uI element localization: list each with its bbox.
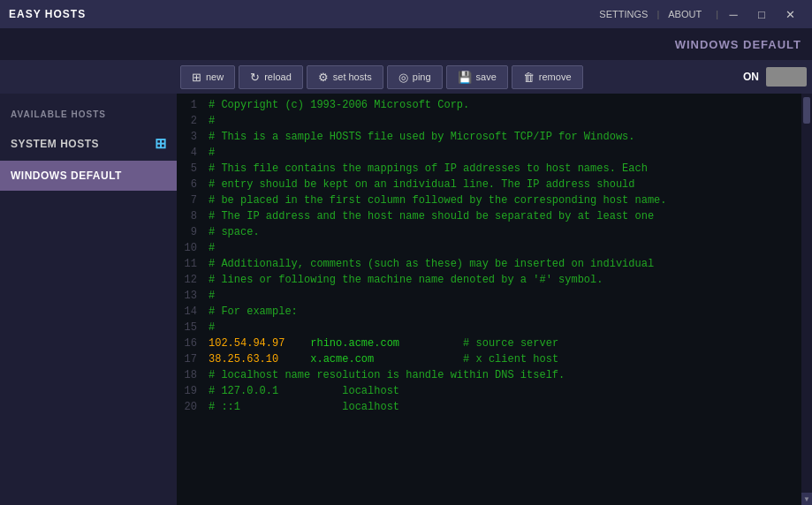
sidebar: AVAILABLE HOSTS SYSTEM HOSTS ⊞ WINDOWS D… xyxy=(0,94,177,505)
toolbar: ⊞ new ↻ reload ⚙ set hosts ◎ ping 💾 save… xyxy=(0,60,812,94)
ip-16: 102.54.94.97 xyxy=(209,337,285,350)
close-icon: ✕ xyxy=(785,8,795,21)
line-num-6: 6 xyxy=(177,177,197,192)
toggle-area: ON xyxy=(743,67,807,87)
about-link[interactable]: ABOUT xyxy=(659,9,710,19)
close-button[interactable]: ✕ xyxy=(777,0,803,28)
code-line-18: # localhost name resolution is handle wi… xyxy=(209,367,794,383)
reload-icon: ↻ xyxy=(250,71,260,84)
remove-label: remove xyxy=(539,72,572,82)
line-num-15: 15 xyxy=(177,320,197,335)
ping-button[interactable]: ◎ ping xyxy=(387,65,443,89)
maximize-button[interactable]: □ xyxy=(748,0,775,28)
code-line-6: # entry should be kept on an individual … xyxy=(209,177,794,192)
app-title: EASY HOSTS xyxy=(9,8,86,20)
on-label: ON xyxy=(743,71,759,83)
windows-default-label: WINDOWS DEFAULT xyxy=(11,170,122,182)
ping-icon: ◎ xyxy=(398,71,408,84)
system-hosts-label: SYSTEM HOSTS xyxy=(11,138,99,150)
hostname-17: x.acme.com xyxy=(310,353,374,366)
line-num-11: 11 xyxy=(177,256,197,272)
line-num-3: 3 xyxy=(177,129,197,145)
code-line-12: # lines or following the machine name de… xyxy=(209,272,794,288)
windows-default-header: WINDOWS DEFAULT xyxy=(675,38,801,51)
content-area: 1 2 3 4 5 6 7 8 9 10 11 12 13 14 15 16 1… xyxy=(177,94,812,505)
code-line-7: # be placed in the first column followed… xyxy=(209,192,794,208)
line-num-19: 19 xyxy=(177,383,197,399)
line-num-8: 8 xyxy=(177,208,197,224)
set-hosts-button[interactable]: ⚙ set hosts xyxy=(307,65,383,89)
line-num-9: 9 xyxy=(177,224,197,240)
line-num-10: 10 xyxy=(177,240,197,256)
new-button[interactable]: ⊞ new xyxy=(180,65,235,89)
code-line-13: # xyxy=(209,288,794,304)
code-line-3: # This is a sample HOSTS file used by Mi… xyxy=(209,129,794,145)
line-num-18: 18 xyxy=(177,367,197,383)
save-label: save xyxy=(476,72,497,82)
line-numbers: 1 2 3 4 5 6 7 8 9 10 11 12 13 14 15 16 1… xyxy=(177,94,201,505)
code-line-14: # For example: xyxy=(209,304,794,320)
line-num-1: 1 xyxy=(177,97,197,113)
toggle-switch[interactable] xyxy=(766,67,807,87)
minimize-icon: ─ xyxy=(729,8,737,21)
line-num-5: 5 xyxy=(177,161,197,177)
sidebar-item-windows-default[interactable]: WINDOWS DEFAULT xyxy=(0,161,177,191)
titlebar: EASY HOSTS SETTINGS | ABOUT | ─ □ ✕ xyxy=(0,0,812,28)
main-layout: AVAILABLE HOSTS SYSTEM HOSTS ⊞ WINDOWS D… xyxy=(0,94,812,505)
save-button[interactable]: 💾 save xyxy=(446,65,508,89)
hostname-16: rhino.acme.com xyxy=(310,337,399,350)
settings-link[interactable]: SETTINGS xyxy=(590,9,656,19)
code-line-5: # This file contains the mappings of IP … xyxy=(209,161,794,177)
available-hosts-label: AVAILABLE HOSTS xyxy=(0,102,177,126)
maximize-icon: □ xyxy=(758,8,765,21)
set-hosts-label: set hosts xyxy=(333,72,372,82)
ping-label: ping xyxy=(413,72,431,82)
line-num-20: 20 xyxy=(177,399,197,415)
code-line-2: # xyxy=(209,113,794,129)
line-num-14: 14 xyxy=(177,304,197,320)
code-line-16: 102.54.94.97 rhino.acme.com # source ser… xyxy=(209,335,794,351)
set-hosts-icon: ⚙ xyxy=(318,71,329,84)
scrollbar[interactable]: ▼ xyxy=(801,94,812,505)
ip-17: 38.25.63.10 xyxy=(209,353,278,366)
comment-16: # source server xyxy=(463,337,558,350)
code-line-1: # Copyright (c) 1993-2006 Microsoft Corp… xyxy=(209,97,794,113)
remove-icon: 🗑 xyxy=(523,71,535,84)
windows-icon: ⊞ xyxy=(155,135,167,152)
reload-button[interactable]: ↻ reload xyxy=(239,65,303,89)
minimize-button[interactable]: ─ xyxy=(720,0,747,28)
sidebar-item-system-hosts[interactable]: SYSTEM HOSTS ⊞ xyxy=(0,126,177,161)
code-line-15: # xyxy=(209,320,794,335)
code-line-4: # xyxy=(209,145,794,161)
comment-17: # x client host xyxy=(463,353,558,366)
code-line-19: # 127.0.0.1 localhost xyxy=(209,383,794,399)
header-right: WINDOWS DEFAULT xyxy=(0,28,812,60)
code-line-10: # xyxy=(209,240,794,256)
remove-button[interactable]: 🗑 remove xyxy=(512,65,583,89)
line-num-12: 12 xyxy=(177,272,197,288)
line-num-17: 17 xyxy=(177,351,197,367)
scroll-thumb[interactable] xyxy=(803,97,810,124)
scroll-down-button[interactable]: ▼ xyxy=(801,493,812,505)
line-num-7: 7 xyxy=(177,192,197,208)
code-line-20: # ::1 localhost xyxy=(209,399,794,415)
code-line-9: # space. xyxy=(209,224,794,240)
line-num-16: 16 xyxy=(177,335,197,351)
code-editor[interactable]: # Copyright (c) 1993-2006 Microsoft Corp… xyxy=(201,94,801,505)
code-line-17: 38.25.63.10 x.acme.com # x client host xyxy=(209,351,794,367)
line-num-13: 13 xyxy=(177,288,197,304)
save-icon: 💾 xyxy=(458,71,472,84)
line-num-4: 4 xyxy=(177,145,197,161)
new-icon: ⊞ xyxy=(192,71,201,84)
code-line-11: # Additionally, comments (such as these)… xyxy=(209,256,794,272)
new-label: new xyxy=(206,72,224,82)
titlebar-controls: SETTINGS | ABOUT | ─ □ ✕ xyxy=(590,0,803,28)
code-line-8: # The IP address and the host name shoul… xyxy=(209,208,794,224)
reload-label: reload xyxy=(264,72,292,82)
line-num-2: 2 xyxy=(177,113,197,129)
